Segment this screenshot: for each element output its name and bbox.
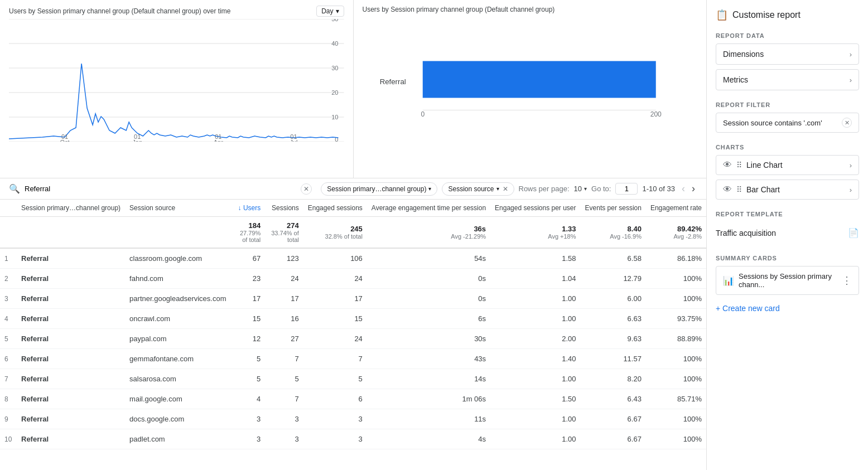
cell-avg-engagement: 30s	[367, 329, 490, 349]
report-data-section: REPORT DATA Dimensions › Metrics ›	[716, 32, 859, 90]
cell-engaged-sessions: 5	[303, 369, 367, 389]
dimensions-row[interactable]: Dimensions ›	[716, 43, 859, 65]
cell-source: oncrawl.com	[125, 309, 230, 329]
cell-channel: Referral	[17, 289, 125, 309]
cell-channel: Referral	[17, 309, 125, 329]
filter-chip-channel-arrow: ▾	[428, 186, 431, 192]
cell-rownum: 4	[0, 309, 17, 329]
col-engagement-rate[interactable]: Engagement rate	[646, 200, 706, 217]
cell-channel: Referral	[17, 429, 125, 449]
bar-chart-grid-icon: ⠿	[736, 185, 742, 194]
day-selector[interactable]: Day ▾	[316, 6, 344, 17]
filter-input-row[interactable]: Session source contains '.com' ✕	[716, 113, 859, 133]
col-users[interactable]: ↓ Users	[231, 200, 266, 217]
cell-channel: Referral	[17, 248, 125, 269]
cell-sessions: 3	[265, 429, 303, 449]
col-source[interactable]: Session source	[125, 200, 230, 217]
table-row: 4 Referral oncrawl.com 15 16 15 6s 1.00 …	[0, 309, 706, 329]
cell-engagement-rate: 100%	[646, 429, 706, 449]
report-template-label: REPORT TEMPLATE	[716, 211, 859, 217]
cell-rownum: 1	[0, 248, 17, 269]
filter-clear-icon[interactable]: ✕	[842, 118, 852, 128]
table-row: 9 Referral docs.google.com 3 3 3 11s 1.0…	[0, 409, 706, 429]
cell-avg-engagement: 11s	[367, 409, 490, 429]
create-new-card-button[interactable]: + Create new card	[716, 299, 859, 317]
summary-sessions: 274 33.74% of total	[265, 217, 303, 249]
cell-events-per-session: 9.63	[581, 329, 646, 349]
goto-input[interactable]	[615, 183, 638, 195]
cell-channel: Referral	[17, 409, 125, 429]
cell-source: mail.google.com	[125, 389, 230, 409]
summary-events-per-session: 8.40 Avg -16.9%	[581, 217, 646, 249]
cell-sessions: 3	[265, 409, 303, 429]
cell-engaged-sessions: 17	[303, 289, 367, 309]
filter-chip-source-close[interactable]: ✕	[503, 185, 508, 193]
bar-chart-option-left: 👁 ⠿ Bar Chart	[723, 185, 780, 195]
search-input[interactable]	[25, 185, 296, 193]
filter-chip-channel-label: Session primary…channel group)	[327, 185, 426, 193]
col-events-per-session[interactable]: Events per session	[581, 200, 646, 217]
filter-chip-source[interactable]: Session source ▾ ✕	[442, 182, 514, 196]
summary-channel	[17, 217, 125, 249]
cell-avg-engagement: 1m 06s	[367, 389, 490, 409]
line-chart-chevron-icon: ›	[850, 161, 852, 169]
clear-search-icon[interactable]: ✕	[301, 183, 312, 195]
cell-avg-engagement: 0s	[367, 269, 490, 289]
bar-chart-header: Users by Session primary channel group (…	[363, 6, 698, 13]
filter-chips: Session primary…channel group) ▾ Session…	[321, 182, 514, 196]
customise-icon: 📋	[716, 9, 728, 21]
line-chart-svg: 50 40 30 20 10 0 01 Oct 01 Jan 01 Apr 01	[9, 19, 344, 142]
prev-page-button[interactable]: ‹	[679, 182, 687, 196]
cell-engaged-per-user: 1.40	[490, 349, 580, 369]
cell-engagement-rate: 93.75%	[646, 309, 706, 329]
table-row: 10 Referral padlet.com 3 3 3 4s 1.00 6.6…	[0, 429, 706, 449]
cell-source: docs.google.com	[125, 409, 230, 429]
cell-sessions: 27	[265, 329, 303, 349]
template-row: Traffic acquisition 📄	[716, 222, 859, 244]
right-panel: 📋 Customise report REPORT DATA Dimension…	[706, 0, 868, 470]
filter-chip-channel[interactable]: Session primary…channel group) ▾	[321, 182, 437, 196]
cell-sessions: 123	[265, 248, 303, 269]
line-chart-area: 50 40 30 20 10 0 01 Oct 01 Jan 01 Apr 01	[9, 19, 344, 153]
cell-engagement-rate: 100%	[646, 369, 706, 389]
svg-text:Referral: Referral	[379, 77, 406, 86]
svg-rect-21	[422, 61, 655, 98]
cell-engaged-per-user: 1.50	[490, 389, 580, 409]
line-chart-option[interactable]: 👁 ⠿ Line Chart ›	[716, 155, 859, 175]
col-avg-engagement[interactable]: Average engagement time per session	[367, 200, 490, 217]
charts-label: CHARTS	[716, 144, 859, 151]
svg-text:30: 30	[331, 65, 338, 71]
dimensions-label: Dimensions	[723, 50, 764, 59]
card-menu-icon[interactable]: ⋮	[842, 274, 852, 287]
cell-source: padlet.com	[125, 429, 230, 449]
cell-engaged-sessions: 24	[303, 329, 367, 349]
cell-events-per-session: 8.20	[581, 369, 646, 389]
cell-events-per-session: 6.67	[581, 429, 646, 449]
bar-chart-option[interactable]: 👁 ⠿ Bar Chart ›	[716, 180, 859, 200]
page-info: 1-10 of 33	[642, 185, 675, 193]
cell-users: 5	[231, 349, 266, 369]
cell-engaged-sessions: 106	[303, 248, 367, 269]
next-page-button[interactable]: ›	[689, 182, 697, 196]
bar-chart-area: Referral 0 200	[363, 16, 698, 149]
add-card-label: + Create new card	[716, 304, 780, 313]
col-sessions[interactable]: Sessions	[265, 200, 303, 217]
col-channel[interactable]: Session primary…channel group)	[17, 200, 125, 217]
cell-sessions: 16	[265, 309, 303, 329]
cell-engaged-per-user: 2.00	[490, 329, 580, 349]
day-selector-chevron: ▾	[336, 7, 339, 15]
col-engaged-sessions[interactable]: Engaged sessions	[303, 200, 367, 217]
rows-per-page-select[interactable]: 10 ▾	[574, 185, 587, 193]
cell-engagement-rate: 85.71%	[646, 389, 706, 409]
summary-engaged-per-user: 1.33 Avg +18%	[490, 217, 580, 249]
svg-text:200: 200	[650, 110, 661, 118]
metrics-row[interactable]: Metrics ›	[716, 69, 859, 90]
template-copy-icon[interactable]: 📄	[848, 227, 859, 238]
report-filter-label: REPORT FILTER	[716, 101, 859, 108]
filter-chip-source-label: Session source	[448, 185, 494, 193]
filter-chip-source-arrow: ▾	[496, 186, 499, 192]
svg-text:20: 20	[331, 89, 338, 96]
cell-users: 12	[231, 329, 266, 349]
col-engaged-per-user[interactable]: Engaged sessions per user	[490, 200, 580, 217]
bar-chart-eye-icon: 👁	[723, 185, 732, 195]
